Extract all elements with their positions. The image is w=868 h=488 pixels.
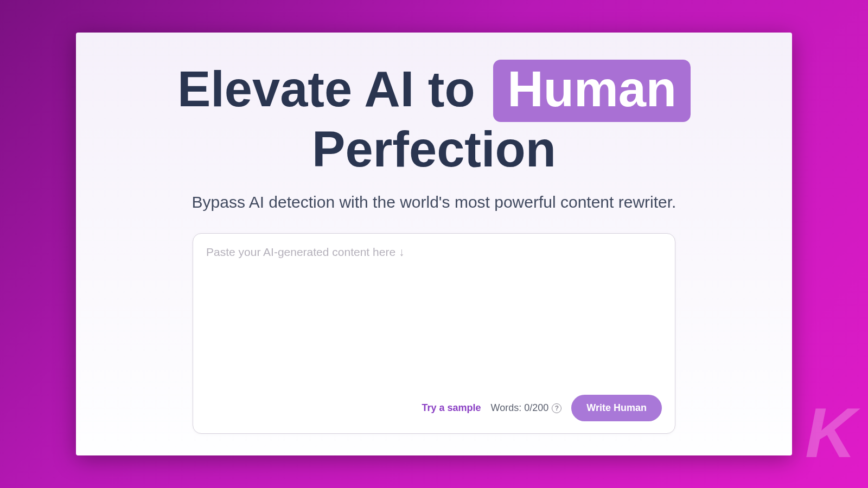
- try-sample-link[interactable]: Try a sample: [422, 402, 481, 414]
- page-heading: Elevate AI to Human Perfection: [177, 60, 691, 177]
- page-subheading: Bypass AI detection with the world's mos…: [192, 193, 676, 211]
- word-count: Words: 0/200 ?: [491, 402, 562, 414]
- heading-part1: Elevate AI to: [177, 61, 489, 117]
- heading-part2: Perfection: [312, 121, 556, 177]
- content-input[interactable]: [206, 246, 662, 397]
- editor-footer: Try a sample Words: 0/200 ? Write Human: [422, 395, 662, 421]
- write-human-button[interactable]: Write Human: [571, 395, 662, 421]
- watermark-logo: K: [805, 404, 852, 461]
- main-card: Elevate AI to Human Perfection Bypass AI…: [76, 33, 792, 455]
- heading-highlight: Human: [493, 60, 691, 122]
- editor-container: Try a sample Words: 0/200 ? Write Human: [193, 233, 675, 434]
- help-icon[interactable]: ?: [552, 403, 561, 413]
- word-count-text: Words: 0/200: [491, 402, 549, 414]
